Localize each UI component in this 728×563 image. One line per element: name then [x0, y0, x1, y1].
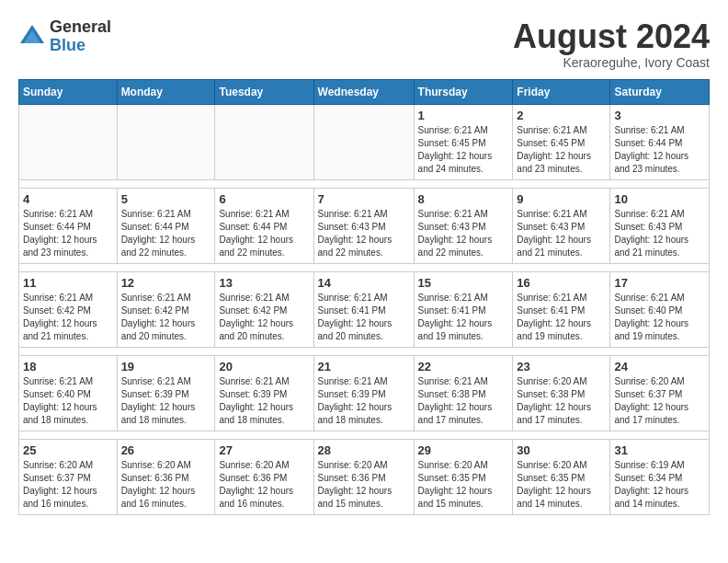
day-number: 16: [517, 276, 606, 290]
calendar-cell: 2Sunrise: 6:21 AM Sunset: 6:45 PM Daylig…: [513, 104, 610, 179]
logo-blue-text: Blue: [50, 37, 111, 55]
weekday-header-saturday: Saturday: [610, 79, 710, 104]
week-separator: [19, 263, 710, 271]
day-info: Sunrise: 6:21 AM Sunset: 6:43 PM Dayligh…: [318, 208, 410, 259]
weekday-header-friday: Friday: [513, 79, 610, 104]
calendar-cell: 25Sunrise: 6:20 AM Sunset: 6:37 PM Dayli…: [19, 439, 118, 514]
day-info: Sunrise: 6:21 AM Sunset: 6:42 PM Dayligh…: [121, 292, 211, 343]
day-info: Sunrise: 6:20 AM Sunset: 6:35 PM Dayligh…: [418, 459, 509, 511]
title-block: August 2024 Keraoreguhe, Ivory Coast: [513, 18, 710, 70]
calendar-cell: 5Sunrise: 6:21 AM Sunset: 6:44 PM Daylig…: [117, 188, 215, 263]
day-number: 5: [121, 192, 211, 206]
calendar-cell: 21Sunrise: 6:21 AM Sunset: 6:39 PM Dayli…: [313, 355, 414, 431]
day-info: Sunrise: 6:21 AM Sunset: 6:42 PM Dayligh…: [219, 292, 309, 343]
day-info: Sunrise: 6:21 AM Sunset: 6:39 PM Dayligh…: [219, 375, 309, 427]
separator-cell: [19, 263, 710, 271]
calendar-cell: 14Sunrise: 6:21 AM Sunset: 6:41 PM Dayli…: [313, 271, 414, 347]
day-info: Sunrise: 6:21 AM Sunset: 6:43 PM Dayligh…: [614, 208, 705, 259]
calendar-cell: 1Sunrise: 6:21 AM Sunset: 6:45 PM Daylig…: [414, 104, 513, 179]
day-number: 8: [418, 192, 509, 206]
day-number: 9: [517, 192, 606, 206]
calendar-cell: 16Sunrise: 6:21 AM Sunset: 6:41 PM Dayli…: [513, 271, 610, 347]
day-number: 22: [418, 360, 509, 373]
calendar-cell: 18Sunrise: 6:21 AM Sunset: 6:40 PM Dayli…: [19, 355, 118, 431]
separator-cell: [19, 179, 710, 188]
day-info: Sunrise: 6:21 AM Sunset: 6:44 PM Dayligh…: [614, 124, 705, 176]
day-number: 21: [318, 360, 410, 373]
calendar-week-row: 1Sunrise: 6:21 AM Sunset: 6:45 PM Daylig…: [19, 104, 710, 179]
day-number: 20: [219, 360, 309, 373]
weekday-header-thursday: Thursday: [414, 79, 513, 104]
day-info: Sunrise: 6:21 AM Sunset: 6:41 PM Dayligh…: [517, 292, 606, 343]
page-header: General Blue August 2024 Keraoreguhe, Iv…: [18, 18, 710, 70]
day-info: Sunrise: 6:20 AM Sunset: 6:35 PM Dayligh…: [517, 459, 606, 511]
day-number: 19: [121, 360, 211, 373]
day-info: Sunrise: 6:21 AM Sunset: 6:41 PM Dayligh…: [318, 292, 410, 343]
day-info: Sunrise: 6:20 AM Sunset: 6:37 PM Dayligh…: [23, 459, 113, 511]
week-separator: [19, 179, 710, 188]
day-info: Sunrise: 6:20 AM Sunset: 6:36 PM Dayligh…: [219, 459, 309, 511]
day-info: Sunrise: 6:21 AM Sunset: 6:44 PM Dayligh…: [219, 208, 309, 259]
day-number: 30: [517, 443, 606, 457]
calendar-cell: 19Sunrise: 6:21 AM Sunset: 6:39 PM Dayli…: [117, 355, 215, 431]
calendar-cell: 22Sunrise: 6:21 AM Sunset: 6:38 PM Dayli…: [414, 355, 513, 431]
calendar-cell: 9Sunrise: 6:21 AM Sunset: 6:43 PM Daylig…: [513, 188, 610, 263]
location-subtitle: Keraoreguhe, Ivory Coast: [513, 55, 710, 70]
logo: General Blue: [18, 18, 111, 55]
calendar-cell: 6Sunrise: 6:21 AM Sunset: 6:44 PM Daylig…: [215, 188, 313, 263]
day-number: 1: [418, 109, 509, 122]
day-info: Sunrise: 6:21 AM Sunset: 6:38 PM Dayligh…: [418, 375, 509, 427]
weekday-header-wednesday: Wednesday: [313, 79, 414, 104]
day-info: Sunrise: 6:21 AM Sunset: 6:40 PM Dayligh…: [23, 375, 113, 427]
calendar-cell: 17Sunrise: 6:21 AM Sunset: 6:40 PM Dayli…: [610, 271, 710, 347]
day-number: 23: [517, 360, 606, 373]
weekday-header-tuesday: Tuesday: [215, 79, 313, 104]
day-number: 26: [121, 443, 211, 457]
calendar-cell: [117, 104, 215, 179]
day-info: Sunrise: 6:21 AM Sunset: 6:45 PM Dayligh…: [517, 124, 606, 176]
week-separator: [19, 347, 710, 355]
day-number: 15: [418, 276, 509, 290]
day-number: 14: [318, 276, 410, 290]
day-number: 31: [614, 443, 705, 457]
calendar-cell: 23Sunrise: 6:20 AM Sunset: 6:38 PM Dayli…: [513, 355, 610, 431]
day-number: 10: [614, 192, 705, 206]
day-info: Sunrise: 6:21 AM Sunset: 6:44 PM Dayligh…: [121, 208, 211, 259]
calendar-cell: 10Sunrise: 6:21 AM Sunset: 6:43 PM Dayli…: [610, 188, 710, 263]
day-number: 6: [219, 192, 309, 206]
day-number: 7: [318, 192, 410, 206]
calendar-cell: [215, 104, 313, 179]
calendar-cell: 31Sunrise: 6:19 AM Sunset: 6:34 PM Dayli…: [610, 439, 710, 514]
day-number: 3: [614, 109, 705, 122]
separator-cell: [19, 347, 710, 355]
day-info: Sunrise: 6:21 AM Sunset: 6:45 PM Dayligh…: [418, 124, 509, 176]
day-info: Sunrise: 6:21 AM Sunset: 6:39 PM Dayligh…: [121, 375, 211, 427]
day-number: 11: [23, 276, 113, 290]
day-info: Sunrise: 6:20 AM Sunset: 6:36 PM Dayligh…: [318, 459, 410, 511]
calendar-week-row: 11Sunrise: 6:21 AM Sunset: 6:42 PM Dayli…: [19, 271, 710, 347]
day-number: 2: [517, 109, 606, 122]
separator-cell: [19, 431, 710, 439]
week-separator: [19, 431, 710, 439]
calendar-cell: 30Sunrise: 6:20 AM Sunset: 6:35 PM Dayli…: [513, 439, 610, 514]
calendar-cell: 27Sunrise: 6:20 AM Sunset: 6:36 PM Dayli…: [215, 439, 313, 514]
day-info: Sunrise: 6:20 AM Sunset: 6:36 PM Dayligh…: [121, 459, 211, 511]
day-info: Sunrise: 6:19 AM Sunset: 6:34 PM Dayligh…: [614, 459, 705, 511]
calendar-cell: 15Sunrise: 6:21 AM Sunset: 6:41 PM Dayli…: [414, 271, 513, 347]
weekday-header-sunday: Sunday: [19, 79, 118, 104]
weekday-header-monday: Monday: [117, 79, 215, 104]
calendar-week-row: 4Sunrise: 6:21 AM Sunset: 6:44 PM Daylig…: [19, 188, 710, 263]
day-number: 27: [219, 443, 309, 457]
calendar-cell: 20Sunrise: 6:21 AM Sunset: 6:39 PM Dayli…: [215, 355, 313, 431]
day-number: 13: [219, 276, 309, 290]
day-info: Sunrise: 6:21 AM Sunset: 6:43 PM Dayligh…: [517, 208, 606, 259]
day-info: Sunrise: 6:20 AM Sunset: 6:37 PM Dayligh…: [614, 375, 705, 427]
day-info: Sunrise: 6:21 AM Sunset: 6:42 PM Dayligh…: [23, 292, 113, 343]
calendar-table: SundayMondayTuesdayWednesdayThursdayFrid…: [18, 79, 710, 515]
calendar-week-row: 25Sunrise: 6:20 AM Sunset: 6:37 PM Dayli…: [19, 439, 710, 514]
calendar-week-row: 18Sunrise: 6:21 AM Sunset: 6:40 PM Dayli…: [19, 355, 710, 431]
calendar-cell: 24Sunrise: 6:20 AM Sunset: 6:37 PM Dayli…: [610, 355, 710, 431]
calendar-cell: 3Sunrise: 6:21 AM Sunset: 6:44 PM Daylig…: [610, 104, 710, 179]
calendar-cell: 4Sunrise: 6:21 AM Sunset: 6:44 PM Daylig…: [19, 188, 118, 263]
calendar-cell: [19, 104, 118, 179]
